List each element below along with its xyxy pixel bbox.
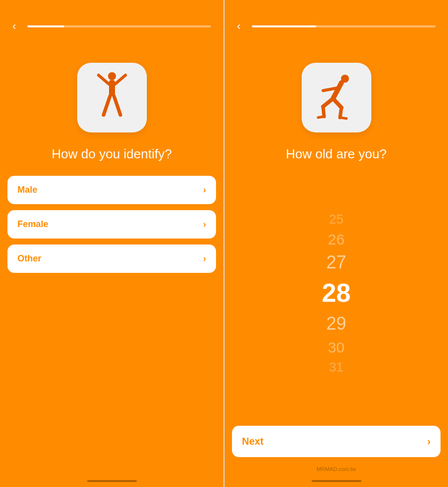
svg-line-12 xyxy=(340,108,341,118)
age-icon-box xyxy=(302,63,371,132)
progress-bar-screen1 xyxy=(27,25,211,27)
svg-line-3 xyxy=(115,75,125,84)
svg-line-4 xyxy=(104,96,110,115)
age-item-28-selected: 28 xyxy=(322,276,351,310)
option-other-chevron: › xyxy=(203,253,206,264)
svg-line-13 xyxy=(318,117,324,118)
progress-bar-screen2 xyxy=(252,25,436,27)
age-item-25: 25 xyxy=(329,211,343,228)
svg-line-2 xyxy=(99,75,109,84)
option-female-chevron: › xyxy=(203,219,206,230)
screen-gender: ‹ How do you identify? Male › Fema xyxy=(0,0,224,487)
age-list: 25 26 27 28 29 30 31 xyxy=(322,211,351,376)
next-btn-container: Next › xyxy=(232,426,441,487)
svg-line-14 xyxy=(340,118,346,119)
next-button[interactable]: Next › xyxy=(232,426,441,457)
gender-options-list: Male › Female › Other › xyxy=(7,176,216,273)
back-button-screen2[interactable]: ‹ xyxy=(237,20,247,33)
option-male-chevron: › xyxy=(203,185,206,195)
back-button-screen1[interactable]: ‹ xyxy=(12,20,22,33)
option-male[interactable]: Male › xyxy=(7,176,216,204)
age-question-title: How old are you? xyxy=(286,146,386,162)
svg-rect-1 xyxy=(109,80,115,96)
age-item-27: 27 xyxy=(326,251,346,274)
home-indicator-screen2 xyxy=(312,480,361,482)
next-button-label: Next xyxy=(242,436,263,447)
watermark: MRMAD.com.tw xyxy=(317,466,356,472)
gender-icon-box xyxy=(77,63,147,132)
screen-age: ‹ How old are you? 25 26 xyxy=(224,0,448,487)
option-female-label: Female xyxy=(17,219,48,230)
home-indicator-screen1 xyxy=(87,480,137,482)
option-other[interactable]: Other › xyxy=(7,244,216,273)
squat-figure-icon xyxy=(314,73,359,122)
standing-figure-icon xyxy=(90,70,134,125)
progress-fill-screen2 xyxy=(252,25,316,27)
age-item-29: 29 xyxy=(326,312,346,336)
svg-line-5 xyxy=(114,96,120,115)
option-male-label: Male xyxy=(17,185,37,195)
gender-question-title: How do you identify? xyxy=(52,146,172,162)
age-item-26: 26 xyxy=(328,230,344,249)
option-other-label: Other xyxy=(17,253,41,264)
age-picker[interactable]: 25 26 27 28 29 30 31 xyxy=(232,161,441,426)
progress-fill-screen1 xyxy=(27,25,64,27)
option-female[interactable]: Female › xyxy=(7,210,216,239)
svg-line-10 xyxy=(333,99,341,108)
top-nav-screen1: ‹ xyxy=(7,0,216,38)
svg-line-7 xyxy=(333,83,341,99)
age-item-31: 31 xyxy=(329,359,343,376)
svg-line-11 xyxy=(323,107,324,117)
age-item-30: 30 xyxy=(328,338,344,357)
svg-point-0 xyxy=(108,72,116,80)
next-button-chevron: › xyxy=(427,436,431,447)
top-nav-screen2: ‹ xyxy=(232,0,441,38)
